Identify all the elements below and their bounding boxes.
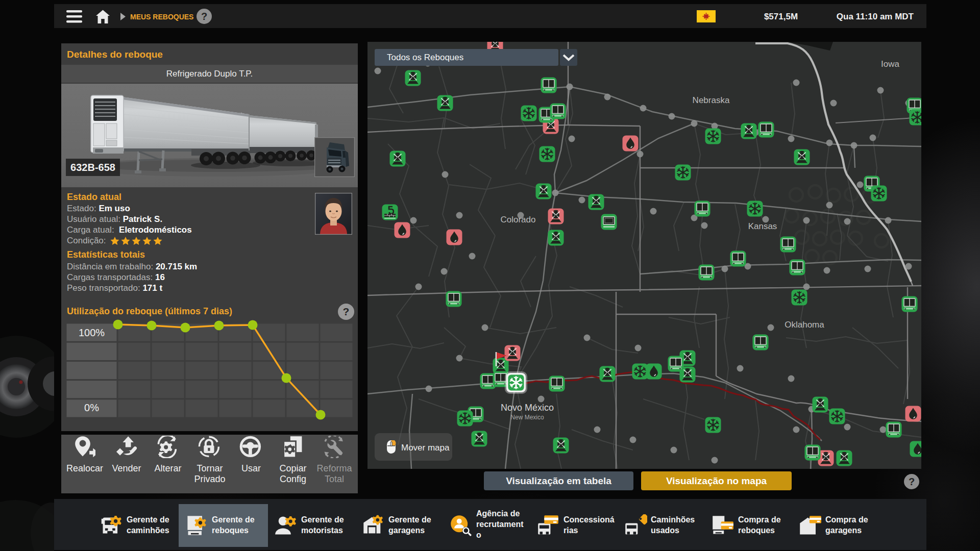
svg-text:Iowa: Iowa xyxy=(881,59,899,69)
svg-text:Colorado: Colorado xyxy=(501,215,536,224)
svg-text:Kansas: Kansas xyxy=(748,221,777,231)
svg-text:Nebraska: Nebraska xyxy=(693,95,730,105)
svg-text:Mover mapa: Mover mapa xyxy=(401,443,450,453)
svg-text:Oklahoma: Oklahoma xyxy=(785,320,824,330)
svg-text:Todos os Reboques: Todos os Reboques xyxy=(387,53,463,62)
svg-text:Novo México: Novo México xyxy=(501,403,554,413)
svg-text:New Mexico: New Mexico xyxy=(510,414,544,421)
